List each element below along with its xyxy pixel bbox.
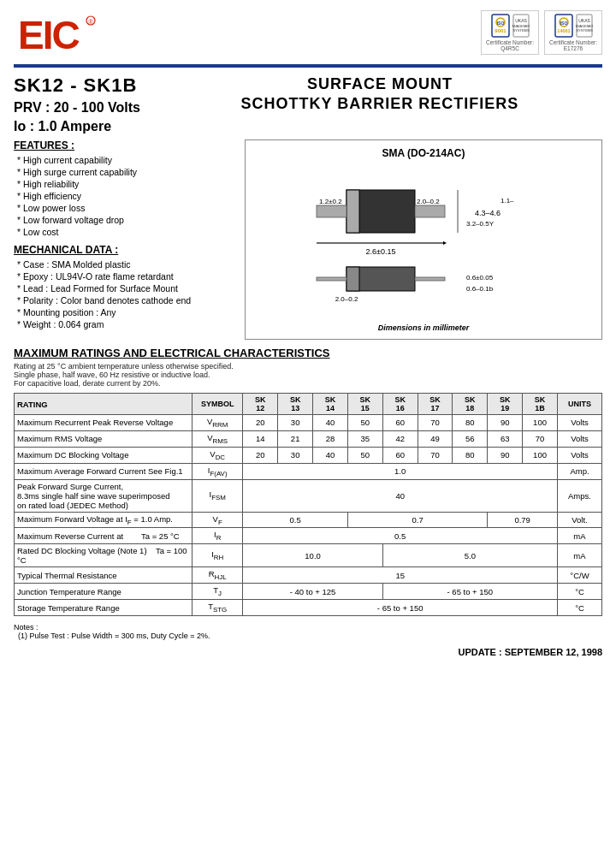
- title-section: SK12 - SK1B PRV : 20 - 100 Volts Io : 1.…: [14, 74, 602, 134]
- symbol-ifav: IF(AV): [192, 463, 242, 479]
- device-type-line1: SURFACE MOUNT: [157, 74, 602, 94]
- svg-text:ISO: ISO: [496, 21, 504, 26]
- table-row: Junction Temperature Range TJ - 40 to + …: [15, 584, 602, 600]
- table-row: Maximum DC Blocking Voltage VDC 20 30 40…: [15, 447, 602, 463]
- right-title: SURFACE MOUNT SCHOTTKY BARRIER RECTIFIER…: [140, 74, 602, 134]
- val-tstg: - 65 to + 150: [243, 600, 558, 616]
- content-area: FEATURES : High current capability High …: [14, 139, 602, 340]
- svg-rect-32: [317, 277, 346, 281]
- ratings-table: RATING SYMBOL SK12 SK13 SK14 SK15 SK16 S…: [14, 393, 602, 616]
- val-sk16-vdc: 60: [382, 447, 418, 463]
- svg-rect-20: [346, 190, 359, 233]
- val-sk18-vrms: 56: [453, 430, 488, 447]
- mech-item: Epoxy : UL94V-O rate flame retardant: [17, 271, 236, 282]
- val-sk19-vrrm: 90: [488, 415, 523, 431]
- svg-text:1.1–: 1.1–: [500, 197, 514, 205]
- feature-list: High current capability High surge curre…: [17, 155, 236, 237]
- ratings-notes: Rating at 25 °C ambient temperature unle…: [14, 362, 602, 388]
- feature-item: Low cost: [17, 227, 236, 237]
- iso-9001-cert: ISO 9001 UKAS MANAGEMENT SYSTEMS Certifi…: [481, 10, 539, 55]
- unit-ifsm: Amps.: [557, 479, 601, 512]
- update-line: UPDATE : SEPTEMBER 12, 1998: [14, 647, 602, 657]
- val-sk15-vdc: 50: [347, 447, 382, 463]
- val-ifsm: 40: [243, 479, 558, 512]
- val-sk12-vrrm: 20: [243, 415, 278, 431]
- symbol-vdc: VDC: [192, 447, 242, 463]
- unit-ir: mA: [557, 528, 601, 544]
- mech-item: Weight : 0.064 gram: [17, 319, 236, 329]
- mechanical-section: MECHANICAL DATA : Case : SMA Molded plas…: [14, 244, 236, 329]
- rating-ifsm: Peak Forward Surge Current,8.3ms single …: [15, 479, 192, 512]
- val-sk18-vdc: 80: [453, 447, 488, 463]
- svg-text:0.6–0.1b: 0.6–0.1b: [466, 285, 494, 293]
- val-sk17-vrrm: 70: [418, 415, 453, 431]
- feature-item: High efficiency: [17, 191, 236, 201]
- feature-item: High current capability: [17, 155, 236, 165]
- rating-tstg: Storage Temperature Range: [15, 600, 192, 616]
- table-row: Peak Forward Surge Current,8.3ms single …: [15, 479, 602, 512]
- mechanical-title: MECHANICAL DATA :: [14, 244, 236, 256]
- svg-text:9001: 9001: [495, 28, 506, 33]
- table-row: Maximum Forward Voltage at IF = 1.0 Amp.…: [15, 512, 602, 528]
- svg-text:UKAS: UKAS: [578, 18, 590, 23]
- svg-text:1.2±0.2: 1.2±0.2: [319, 198, 342, 205]
- ratings-section: MAXIMUM RATINGS AND ELECTRICAL CHARACTER…: [14, 347, 602, 616]
- unit-rhjl: °C/W: [557, 567, 601, 584]
- col-sk17: SK17: [418, 394, 453, 415]
- rating-rhjl: Typical Thermal Resistance: [15, 567, 192, 584]
- val-vf-mid: 0.7: [347, 512, 487, 528]
- svg-rect-31: [346, 267, 359, 291]
- val-rhjl: 15: [243, 567, 558, 584]
- svg-text:0.6±0.05: 0.6±0.05: [466, 274, 494, 282]
- feature-item: High surge current capability: [17, 167, 236, 177]
- eic-logo: EIC ®: [14, 10, 108, 59]
- feature-item: High reliability: [17, 179, 236, 189]
- svg-text:2.6±0.15: 2.6±0.15: [366, 247, 396, 256]
- table-row: Maximum Average Forward Current See Fig.…: [15, 463, 602, 479]
- col-rating: RATING: [15, 394, 192, 415]
- unit-vdc: Volts: [557, 447, 601, 463]
- unit-vf: Volt.: [557, 512, 601, 528]
- svg-rect-22: [415, 205, 445, 217]
- feature-item: Low forward voltage drop: [17, 215, 236, 225]
- rating-vf: Maximum Forward Voltage at IF = 1.0 Amp.: [15, 512, 192, 528]
- dim-label: Dimensions in millimeter: [252, 323, 595, 332]
- val-ifav: 1.0: [243, 463, 558, 479]
- svg-text:SYSTEMS: SYSTEMS: [512, 28, 529, 33]
- val-sk15-vrms: 35: [347, 430, 382, 447]
- val-sk12-vdc: 20: [243, 447, 278, 463]
- mech-item: Polarity : Color band denotes cathode en…: [17, 295, 236, 305]
- iso-14001-cert: ISO 14001 UKAS MANAGEMENT SYSTEMS Certif…: [544, 10, 602, 55]
- val-tj-right: - 65 to + 150: [382, 584, 557, 600]
- rating-tj: Junction Temperature Range: [15, 584, 192, 600]
- left-title: SK12 - SK1B PRV : 20 - 100 Volts Io : 1.…: [14, 74, 140, 134]
- col-sk15: SK15: [347, 394, 382, 415]
- val-sk13-vrms: 21: [278, 430, 313, 447]
- blue-divider: [14, 64, 602, 68]
- table-row: Typical Thermal Resistance RHJL 15 °C/W: [15, 567, 602, 584]
- val-sk14-vdc: 40: [313, 447, 348, 463]
- unit-tstg: °C: [557, 600, 601, 616]
- symbol-tj: TJ: [192, 584, 242, 600]
- symbol-irh: IRH: [192, 544, 242, 567]
- mech-list: Case : SMA Molded plastic Epoxy : UL94V-…: [17, 259, 236, 329]
- svg-text:EIC: EIC: [18, 13, 79, 57]
- col-sk12: SK12: [243, 394, 278, 415]
- val-vf-high: 0.79: [488, 512, 558, 528]
- val-tj-left: - 40 to + 125: [243, 584, 382, 600]
- val-sk17-vrms: 49: [418, 430, 453, 447]
- col-sk1b: SK1B: [523, 394, 558, 415]
- notes-title: Notes :: [14, 623, 602, 632]
- svg-rect-21: [317, 205, 346, 217]
- symbol-ifsm: IFSM: [192, 479, 242, 512]
- cert2-number: Certificate Number: E17276: [549, 39, 597, 51]
- rating-vrms: Maximum RMS Voltage: [15, 430, 192, 447]
- rating-ifav: Maximum Average Forward Current See Fig.…: [15, 463, 192, 479]
- symbol-vrrm: VRRM: [192, 415, 242, 431]
- io-spec: Io : 1.0 Ampere: [14, 119, 140, 134]
- svg-text:2.0–0.2: 2.0–0.2: [417, 198, 440, 205]
- part-number: SK12 - SK1B: [14, 74, 140, 97]
- val-sk19-vdc: 90: [488, 447, 523, 463]
- val-sk17-vdc: 70: [418, 447, 453, 463]
- ratings-note1: Rating at 25 °C ambient temperature unle…: [14, 362, 602, 371]
